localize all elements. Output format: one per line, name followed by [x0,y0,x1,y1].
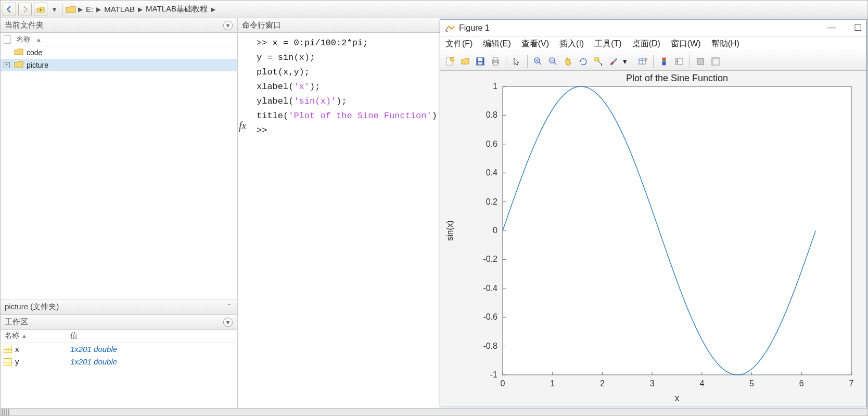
pan-icon[interactable] [561,55,575,68]
svg-text:0: 0 [493,226,497,235]
link-icon[interactable] [636,55,649,68]
command-window-label: 命令行窗口 [242,20,281,30]
svg-text:2: 2 [600,379,605,388]
data-cursor-icon[interactable] [592,55,605,68]
workspace-row[interactable]: x1x201 double [1,343,237,356]
figure-menu-item[interactable]: 文件(F) [445,39,473,49]
file-browser: 名称 ▲ code+picture [1,33,237,299]
legend-icon[interactable] [672,55,686,68]
figure-menu-item[interactable]: 插入(I) [559,39,584,49]
pointer-icon[interactable] [510,55,524,68]
workspace-row[interactable]: y1x201 double [1,356,237,368]
figure-toolbar: ▾ [440,52,866,71]
open-icon[interactable] [458,55,472,68]
folder-detail-bar[interactable]: picture (文件夹) ˆ [1,299,237,315]
current-folder-label: 当前文件夹 [5,20,44,30]
file-row[interactable]: code [1,46,237,59]
svg-text:5: 5 [749,379,754,388]
expand-icon[interactable]: ˆ [228,302,231,311]
variable-name: y [15,357,19,366]
fx-icon[interactable]: fx [239,118,246,133]
zoom-in-icon[interactable] [531,55,545,68]
variable-icon [4,358,12,365]
workspace-rows[interactable]: x1x201 doubley1x201 double [1,343,237,368]
expand-tree-icon[interactable]: + [4,62,10,68]
nav-up-folder-button[interactable] [34,3,47,16]
panel-menu-icon[interactable]: ▼ [223,318,233,327]
matlab-icon [444,23,455,33]
svg-text:sin(x): sin(x) [445,220,454,241]
svg-text:7: 7 [849,379,854,388]
svg-rect-23 [712,58,713,65]
svg-text:-0.6: -0.6 [483,312,497,321]
panel-menu-icon[interactable]: ▼ [223,21,233,30]
file-list[interactable]: code+picture [1,46,237,299]
svg-text:3: 3 [650,379,655,388]
print-icon[interactable] [489,55,502,68]
colorbar-icon[interactable] [657,55,671,68]
svg-rect-19 [676,62,678,64]
svg-rect-24 [503,86,851,375]
figure-menu-bar: 文件(F)编辑(E)查看(V)插入(I)工具(T)桌面(D)窗口(W)帮助(H) [440,36,866,52]
breadcrumb[interactable]: ▶E: ▶ MATLAB ▶ MATLAB基础教程 ▶ [78,4,215,14]
plot-area[interactable]: 01234567-1-0.8-0.6-0.4-0.200.20.40.60.81… [440,71,866,407]
figure-menu-item[interactable]: 帮助(H) [711,39,739,49]
file-name: code [27,48,42,57]
zoom-out-icon[interactable] [546,55,560,68]
figure-titlebar[interactable]: Figure 1 — ☐ [440,20,866,36]
new-figure-icon[interactable] [443,55,457,68]
breadcrumb-segment[interactable]: MATLAB [104,5,135,14]
minimize-icon[interactable]: — [827,22,836,33]
nav-dropdown-icon[interactable]: ▾ [49,3,59,16]
folder-icon [14,48,23,57]
svg-text:-0.2: -0.2 [483,255,497,263]
folder-icon [66,5,76,14]
file-row[interactable]: +picture [1,59,237,71]
file-browser-header: 名称 ▲ [1,33,237,46]
svg-text:-0.4: -0.4 [483,284,497,293]
figure-menu-item[interactable]: 查看(V) [521,39,549,49]
brush-icon[interactable] [607,55,620,68]
figure-menu-item[interactable]: 工具(T) [594,39,621,49]
figure-menu-item[interactable]: 窗口(W) [671,39,701,49]
svg-rect-18 [676,61,678,62]
svg-rect-17 [676,59,678,60]
show-tools-icon[interactable] [709,55,722,68]
svg-rect-6 [493,58,497,60]
sort-asc-icon[interactable]: ▲ [36,36,42,43]
svg-text:Plot of the Sine Function: Plot of the Sine Function [626,73,728,83]
workspace-panel: 名称 ▲ 值 x1x201 doubley1x201 double [1,330,237,409]
current-folder-panel-title: 当前文件夹 ▼ [1,18,237,33]
ws-col-name: 名称 [5,331,19,339]
figure-menu-item[interactable]: 编辑(E) [483,39,510,49]
svg-text:4: 4 [699,379,704,388]
svg-rect-3 [478,58,482,61]
variable-value: 1x201 double [66,357,117,366]
workspace-panel-title: 工作区 ▼ [1,315,237,330]
svg-text:0.4: 0.4 [486,168,497,177]
figure-window: Figure 1 — ☐ 文件(F)编辑(E)查看(V)插入(I)工具(T)桌面… [440,19,866,407]
column-name-label: 名称 [16,35,31,44]
maximize-icon[interactable]: ☐ [854,22,862,33]
nav-back-button[interactable] [3,3,16,16]
breadcrumb-segment[interactable]: E: [86,5,93,14]
nav-forward-button[interactable] [18,3,32,16]
svg-text:0.6: 0.6 [486,140,497,148]
svg-text:-0.8: -0.8 [483,342,497,350]
folder-icon [14,60,23,70]
document-icon [4,35,11,44]
save-icon[interactable] [474,55,487,68]
rotate-icon[interactable] [577,55,590,68]
file-name: picture [27,61,48,69]
svg-rect-13 [662,58,666,60]
hide-tools-icon[interactable] [694,55,707,68]
folder-detail-label: picture (文件夹) [5,302,59,312]
sine-chart: 01234567-1-0.8-0.6-0.4-0.200.20.40.60.81… [440,71,866,406]
svg-point-1 [450,57,454,61]
workspace-header: 名称 ▲ 值 [1,330,237,343]
breadcrumb-segment[interactable]: MATLAB基础教程 [146,4,208,14]
ws-col-value: 值 [70,331,78,339]
figure-menu-item[interactable]: 桌面(D) [632,39,660,49]
svg-rect-10 [595,58,599,61]
brush-dropdown-icon[interactable]: ▾ [622,55,628,68]
